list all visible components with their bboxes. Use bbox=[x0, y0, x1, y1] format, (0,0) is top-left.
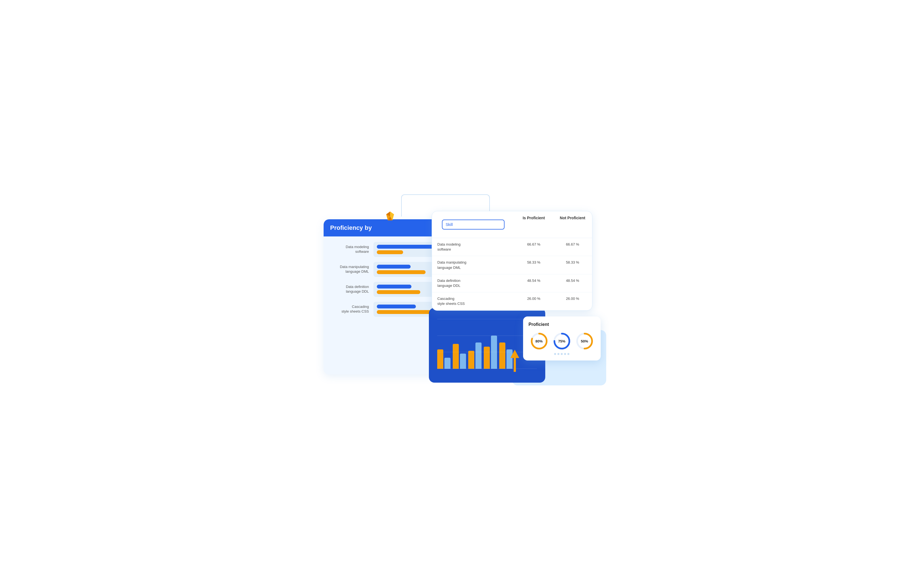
proficient-card-title: Proficient bbox=[529, 322, 595, 327]
skill-column-header bbox=[432, 211, 515, 238]
bar-orange-2 bbox=[377, 290, 421, 294]
chart-light-1 bbox=[460, 353, 466, 369]
proficient-circle-2: 50% bbox=[575, 331, 594, 351]
is-proficient-cell-1: 58.33 % bbox=[515, 256, 553, 274]
bar-blue-3 bbox=[377, 305, 416, 308]
table-row-2: Data definitionlanguage DDL 48.54 % 48.5… bbox=[432, 274, 592, 292]
chart-orange-4 bbox=[499, 342, 506, 369]
pd-4 bbox=[564, 353, 566, 355]
circle-text-1: 75% bbox=[558, 339, 565, 343]
chart-orange-0 bbox=[437, 350, 443, 369]
circle-text-0: 80% bbox=[535, 339, 543, 343]
table-row-0: Data modelingsoftware 66.67 % 66.67 % bbox=[432, 238, 592, 256]
table-body: Data modelingsoftware 66.67 % 66.67 % Da… bbox=[432, 238, 592, 311]
bar-label-0: Data modelingsoftware bbox=[330, 245, 369, 254]
chart-orange-3 bbox=[484, 347, 490, 369]
table-row-1: Data manipulatinglanguage DML 58.33 % 58… bbox=[432, 256, 592, 274]
is-proficient-cell-0: 66.67 % bbox=[515, 238, 553, 256]
gem-icon bbox=[384, 210, 396, 221]
chart-bar-group-2 bbox=[468, 342, 481, 369]
chart-bar-group-1 bbox=[453, 344, 466, 369]
skill-cell-1: Data manipulatinglanguage DML bbox=[432, 256, 515, 274]
skill-cell-3: Cascadingstyle sheets CSS bbox=[432, 292, 515, 310]
is-proficient-cell-2: 48.54 % bbox=[515, 274, 553, 292]
pd-3 bbox=[561, 353, 563, 355]
not-proficient-cell-2: 48.54 % bbox=[553, 274, 592, 292]
proficient-card: Proficient 80% 75% 50% bbox=[523, 316, 601, 361]
svg-marker-6 bbox=[510, 350, 519, 372]
skill-search-input[interactable] bbox=[442, 219, 504, 229]
trend-arrow bbox=[509, 350, 520, 373]
proficient-circle-1: 75% bbox=[552, 331, 572, 351]
chart-orange-2 bbox=[468, 351, 474, 369]
pd-1 bbox=[554, 353, 556, 355]
bar-label-3: Cascadingstyle sheets CSS bbox=[330, 305, 369, 314]
chart-bar-group-3 bbox=[484, 335, 497, 369]
bar-blue-2 bbox=[377, 285, 412, 288]
proficient-dots bbox=[529, 353, 595, 355]
table-card: Is Proficient Not Proficient Data modeli… bbox=[432, 211, 592, 311]
bar-orange-1 bbox=[377, 270, 426, 274]
bar-orange-0 bbox=[377, 250, 403, 254]
skill-cell-2: Data definitionlanguage DDL bbox=[432, 274, 515, 292]
circle-text-2: 50% bbox=[581, 339, 588, 343]
left-card-title: Proficiency by bbox=[330, 224, 372, 232]
bar-orange-3 bbox=[377, 310, 437, 314]
pd-2 bbox=[557, 353, 559, 355]
bar-blue-0 bbox=[377, 245, 433, 249]
chart-orange-1 bbox=[453, 344, 459, 369]
table-header-row: Is Proficient Not Proficient bbox=[432, 211, 592, 238]
table-row-3: Cascadingstyle sheets CSS 26.00 % 26.00 … bbox=[432, 292, 592, 310]
not-proficient-cell-3: 26.00 % bbox=[553, 292, 592, 310]
bar-label-1: Data manipulatinglanguage DML bbox=[330, 265, 369, 274]
proficient-circles: 80% 75% 50% bbox=[529, 331, 595, 351]
table-pagination-dots bbox=[432, 311, 592, 311]
chart-light-0 bbox=[444, 358, 451, 369]
is-proficient-cell-3: 26.00 % bbox=[515, 292, 553, 310]
skill-cell-0: Data modelingsoftware bbox=[432, 238, 515, 256]
chart-light-3 bbox=[491, 335, 497, 369]
chart-light-2 bbox=[475, 342, 481, 369]
not-proficient-cell-0: 66.67 % bbox=[553, 238, 592, 256]
not-proficient-cell-1: 58.33 % bbox=[553, 256, 592, 274]
proficient-circle-0: 80% bbox=[530, 331, 549, 351]
is-proficient-header: Is Proficient bbox=[515, 211, 553, 238]
not-proficient-header: Not Proficient bbox=[553, 211, 592, 238]
bar-blue-1 bbox=[377, 265, 410, 269]
bar-label-2: Data definitionlanguage DDL bbox=[330, 285, 369, 294]
pd-5 bbox=[567, 353, 569, 355]
chart-bar-group-0 bbox=[437, 350, 451, 369]
